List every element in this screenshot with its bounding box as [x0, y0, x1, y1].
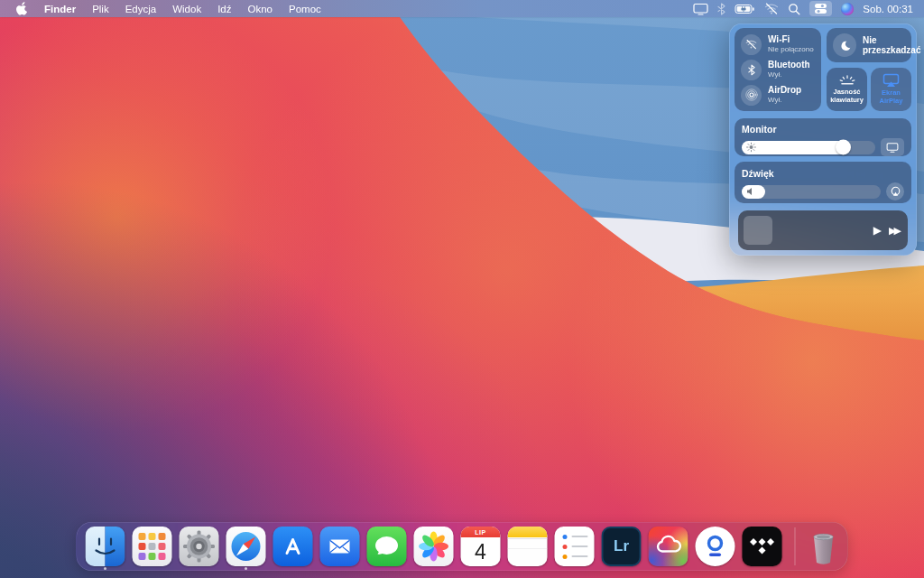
menu-edycja[interactable]: Edycja: [125, 4, 157, 14]
menu-bar-clock[interactable]: Sob. 00:31: [863, 4, 913, 14]
bluetooth-title: Bluetooth: [768, 61, 810, 70]
brightness-knob[interactable]: [836, 140, 851, 155]
wifi-off-menu-icon[interactable]: [764, 3, 779, 14]
fast-forward-button[interactable]: ▶▶: [889, 226, 899, 236]
play-button[interactable]: ▶: [873, 225, 882, 236]
calendar-month: LIP: [461, 527, 501, 537]
control-center-panel: Wi-Fi Nie połączono Bluetooth Wył.: [729, 23, 917, 256]
wifi-off-icon: [741, 34, 762, 55]
sound-card-title: Dźwięk: [742, 168, 904, 179]
airdrop-icon: [741, 85, 762, 106]
menu-widok[interactable]: Widok: [172, 4, 201, 14]
airdrop-toggle[interactable]: AirDrop Wył.: [735, 85, 821, 106]
lightroom-label: Lr: [614, 537, 629, 555]
dock-calendar[interactable]: LIP 4: [461, 527, 501, 566]
wifi-title: Wi-Fi: [768, 35, 814, 45]
search-menu-icon[interactable]: [788, 3, 800, 15]
volume-slider[interactable]: [742, 185, 881, 199]
keyboard-brightness-icon: [838, 74, 856, 86]
dock-notes[interactable]: [508, 527, 548, 566]
dock-messages[interactable]: [367, 527, 407, 566]
airplay-audio-button[interactable]: [886, 182, 904, 200]
creative-cloud-icon: [649, 527, 688, 566]
airplay-display-label: Ekran AirPlay: [871, 89, 911, 105]
media-player-card: ▶ ▶▶: [738, 210, 908, 250]
dock-qobuz[interactable]: [696, 527, 735, 566]
airplay-display-icon: [882, 73, 900, 88]
dock-separator: [795, 527, 796, 565]
dock-launchpad[interactable]: [133, 527, 172, 566]
album-art-placeholder: [744, 216, 772, 245]
menu-plik[interactable]: Plik: [92, 4, 109, 14]
dock-finder[interactable]: [86, 527, 125, 566]
menu-idz[interactable]: Idź: [217, 4, 231, 14]
brightness-sun-icon: [746, 143, 756, 153]
display-menu-icon[interactable]: [693, 3, 708, 15]
dock-lightroom[interactable]: Lr: [602, 527, 642, 566]
airdrop-status: Wył.: [768, 97, 801, 104]
airdrop-title: AirDrop: [768, 86, 801, 96]
keyboard-brightness-label: Jasność klawiatury: [827, 89, 867, 104]
bluetooth-status: Wył.: [768, 71, 810, 79]
bluetooth-menu-icon[interactable]: [717, 3, 725, 15]
volume-speaker-icon: [746, 187, 755, 196]
launchpad-grid-icon: [133, 527, 172, 566]
do-not-disturb-toggle[interactable]: Nie przeszkadzać: [827, 28, 911, 62]
dock-adobe-creative-cloud[interactable]: [649, 527, 688, 566]
bluetooth-icon: [741, 60, 762, 80]
wifi-status: Nie połączono: [768, 46, 814, 53]
control-center-menu-icon[interactable]: [809, 1, 832, 16]
menu-pomoc[interactable]: Pomoc: [289, 4, 321, 14]
calendar-day: 4: [461, 537, 501, 566]
sound-card: Dźwięk: [735, 162, 911, 203]
dnd-label: Nie przeszkadzać: [863, 35, 913, 55]
menu-bar: Finder Plik Edycja Widok Idź Okno Pomoc: [0, 0, 924, 17]
menu-okno[interactable]: Okno: [248, 4, 273, 14]
keyboard-brightness-button[interactable]: Jasność klawiatury: [827, 68, 867, 111]
dock-system-preferences[interactable]: [180, 527, 219, 566]
display-card: Monitor: [735, 118, 911, 156]
siri-menu-icon[interactable]: [841, 3, 854, 15]
display-card-title: Monitor: [742, 124, 904, 135]
dock-tidal[interactable]: [743, 527, 782, 566]
moon-icon: [833, 33, 856, 57]
airplay-audio-icon: [890, 186, 901, 198]
connectivity-card: Wi-Fi Nie połączono Bluetooth Wył.: [735, 28, 821, 111]
battery-menu-icon[interactable]: [735, 4, 755, 14]
dock-photos[interactable]: [414, 527, 454, 566]
menu-finder[interactable]: Finder: [44, 4, 76, 14]
brightness-slider[interactable]: [742, 141, 875, 154]
bluetooth-toggle[interactable]: Bluetooth Wył.: [735, 60, 821, 80]
dock-safari[interactable]: [226, 527, 266, 566]
wifi-toggle[interactable]: Wi-Fi Nie połączono: [735, 34, 821, 55]
display-settings-button[interactable]: [881, 138, 904, 156]
dock-app-store[interactable]: [273, 527, 313, 566]
dock-reminders[interactable]: [555, 527, 595, 566]
dock: LIP 4 Lr: [77, 522, 848, 571]
dock-trash[interactable]: [808, 527, 839, 566]
apple-menu-icon[interactable]: [16, 2, 28, 15]
dock-mail[interactable]: [320, 527, 360, 566]
airplay-display-button[interactable]: Ekran AirPlay: [871, 68, 911, 111]
